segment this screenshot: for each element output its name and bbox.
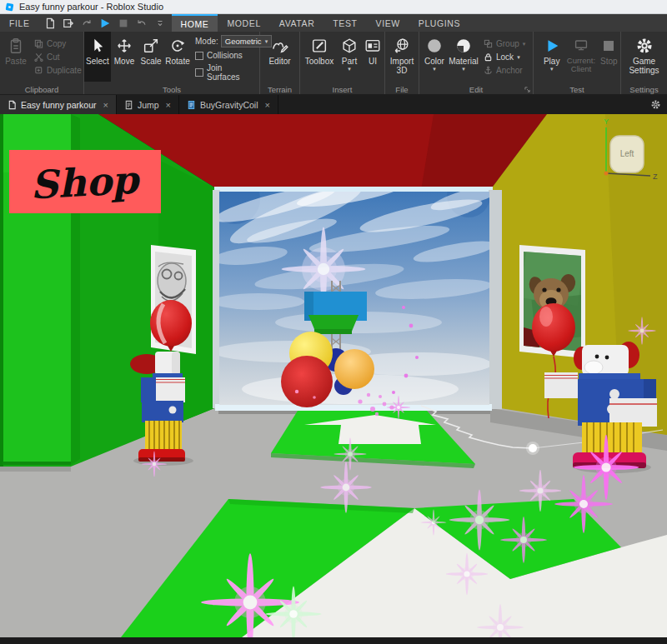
window-title: Easy funny parkour - Roblox Studio bbox=[19, 2, 163, 12]
move-tool-button[interactable]: Move bbox=[111, 32, 138, 82]
checkbox-icon bbox=[195, 68, 203, 77]
ribbon-group-edit: Color ▾ Material ▾ Group ▾ bbox=[419, 32, 534, 94]
stop-quick-icon[interactable] bbox=[115, 14, 133, 32]
scale-tool-button[interactable]: Scale bbox=[138, 32, 164, 82]
orange-ball[interactable] bbox=[334, 349, 374, 389]
play-quick-icon[interactable] bbox=[97, 14, 114, 32]
game-settings-button[interactable]: GameSettings bbox=[624, 32, 665, 82]
collisions-checkbox[interactable]: Collisions bbox=[195, 51, 253, 60]
axis-z-label: Z bbox=[653, 172, 658, 181]
clown-legs bbox=[582, 422, 642, 456]
part-icon bbox=[340, 34, 359, 57]
paste-button[interactable]: Paste bbox=[0, 32, 32, 82]
customize-toolbar-icon[interactable] bbox=[152, 14, 169, 32]
close-icon[interactable]: × bbox=[166, 100, 171, 110]
ribbon-group-clipboard: Paste Copy Cut Duplicate bbox=[0, 32, 84, 94]
tab-test[interactable]: TEST bbox=[323, 14, 366, 32]
doc-tab-easy-funny-parkour[interactable]: Easy funny parkour × bbox=[0, 95, 117, 114]
tab-view[interactable]: VIEW bbox=[367, 14, 409, 32]
join-surfaces-checkbox[interactable]: Join Surfaces bbox=[195, 63, 253, 82]
close-icon[interactable]: × bbox=[264, 100, 269, 110]
copy-icon bbox=[34, 39, 43, 48]
axis-origin bbox=[604, 172, 609, 176]
duplicate-icon bbox=[34, 66, 43, 75]
cut-button[interactable]: Cut bbox=[34, 52, 82, 62]
close-icon[interactable]: × bbox=[103, 100, 108, 110]
doc-tab-buygravitycoil[interactable]: BuyGravityCoil × bbox=[179, 95, 278, 114]
lock-icon bbox=[484, 52, 493, 62]
group-label-insert: Insert bbox=[300, 85, 384, 94]
rotate-tool-button[interactable]: Rotate bbox=[164, 32, 191, 82]
group-label-tools: Tools bbox=[84, 85, 259, 94]
part-button[interactable]: Part ▾ bbox=[337, 32, 362, 82]
material-icon bbox=[454, 34, 473, 57]
place-icon bbox=[8, 100, 17, 110]
terrain-editor-button[interactable]: Editor bbox=[262, 32, 298, 82]
ribbon-group-terrain: Editor Terrain bbox=[260, 32, 300, 94]
script-icon bbox=[124, 100, 133, 110]
anchor-icon bbox=[484, 66, 493, 75]
clown-legs bbox=[145, 421, 182, 452]
tab-home[interactable]: HOME bbox=[172, 14, 218, 32]
toolbox-icon bbox=[310, 34, 328, 57]
lock-button[interactable]: Lock ▾ bbox=[484, 52, 525, 62]
chevron-down-icon: ▾ bbox=[348, 66, 351, 72]
ribbon-group-tools: Select Move Scale bbox=[84, 32, 260, 94]
group-label-settings: Settings bbox=[621, 85, 667, 94]
document-tabbar: Easy funny parkour × Jump × BuyGravityCo… bbox=[0, 95, 667, 114]
play-button[interactable]: Play ▾ bbox=[539, 32, 564, 82]
group-label-edit: Edit bbox=[419, 85, 533, 94]
ribbon-group-file: Import3D File bbox=[385, 32, 419, 94]
duplicate-button[interactable]: Duplicate bbox=[34, 65, 82, 75]
gear-icon bbox=[635, 34, 654, 57]
group-button[interactable]: Group ▾ bbox=[484, 38, 525, 49]
viewport-bottom-bar bbox=[0, 637, 667, 644]
clown-arm-box bbox=[609, 398, 657, 427]
play-icon bbox=[543, 34, 561, 57]
select-tool-button[interactable]: Select bbox=[84, 32, 111, 82]
rope-handle[interactable] bbox=[529, 444, 537, 452]
chevron-down-icon: ▾ bbox=[550, 66, 554, 72]
shop-sign-text: Shop bbox=[29, 157, 142, 208]
view-cube-face-label: Left bbox=[620, 149, 634, 158]
tabbar-gear-icon[interactable] bbox=[644, 95, 667, 114]
scale-icon bbox=[142, 34, 160, 57]
copy-button[interactable]: Copy bbox=[34, 38, 82, 48]
group-label-clipboard: Clipboard bbox=[0, 85, 83, 94]
group-label-terrain: Terrain bbox=[260, 85, 299, 94]
client-device-icon bbox=[572, 34, 590, 57]
open-icon[interactable] bbox=[60, 14, 78, 32]
import-3d-button[interactable]: Import3D bbox=[385, 32, 419, 82]
color-icon bbox=[425, 34, 444, 57]
group-label-test: Test bbox=[534, 85, 620, 94]
cut-icon bbox=[34, 52, 43, 62]
anchor-button[interactable]: Anchor bbox=[484, 65, 525, 76]
clown-arm-box bbox=[544, 372, 578, 398]
group-icon bbox=[484, 39, 493, 48]
rotate-icon bbox=[168, 34, 187, 57]
toolbox-button[interactable]: Toolbox bbox=[302, 32, 337, 82]
menubar: FILE HOME MODEL A bbox=[0, 14, 667, 32]
chevron-down-icon: ▾ bbox=[462, 66, 465, 72]
undo-icon[interactable] bbox=[133, 14, 151, 32]
axis-y-label: Y bbox=[604, 117, 609, 126]
viewport-3d[interactable]: Shop bbox=[0, 114, 667, 644]
stop-button[interactable]: Stop bbox=[598, 32, 620, 82]
shop-sign[interactable]: Shop bbox=[9, 150, 161, 213]
doc-tab-jump[interactable]: Jump × bbox=[117, 95, 179, 114]
redo-icon[interactable] bbox=[78, 14, 96, 32]
tab-plugins[interactable]: PLUGINS bbox=[409, 14, 469, 32]
tab-avatar[interactable]: AVATAR bbox=[270, 14, 324, 32]
color-button[interactable]: Color ▾ bbox=[422, 32, 447, 82]
ui-button[interactable]: UI bbox=[362, 32, 384, 82]
roblox-studio-window: Easy funny parkour - Roblox Studio FILE bbox=[0, 0, 667, 644]
new-place-icon[interactable] bbox=[42, 14, 59, 32]
red-ball[interactable] bbox=[281, 356, 333, 407]
tab-model[interactable]: MODEL bbox=[218, 14, 269, 32]
chevron-down-icon: ▾ bbox=[433, 66, 436, 72]
checkbox-icon bbox=[195, 52, 203, 60]
current-client-button[interactable]: Current:Client bbox=[564, 32, 597, 82]
select-icon bbox=[88, 34, 107, 57]
material-button[interactable]: Material ▾ bbox=[447, 32, 480, 82]
file-menu[interactable]: FILE bbox=[0, 14, 39, 32]
